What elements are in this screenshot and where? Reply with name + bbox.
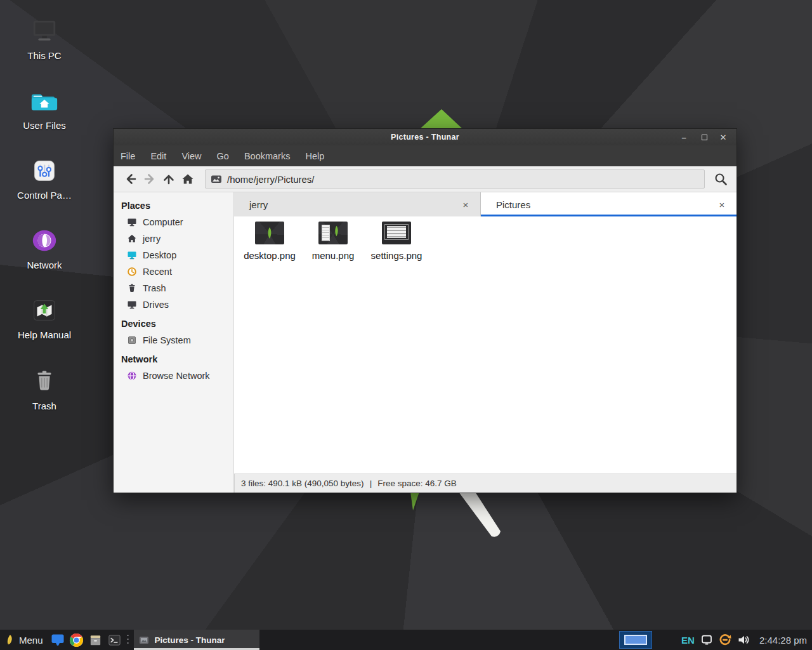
computer-icon [127, 217, 137, 227]
taskbar-window-button[interactable]: Pictures - Thunar [134, 630, 259, 650]
home-icon [181, 172, 195, 186]
up-button[interactable] [159, 169, 178, 189]
sidebar-header-network: Network [114, 348, 233, 368]
menu-edit[interactable]: Edit [150, 151, 166, 161]
menubar: File Edit View Go Bookmarks Help [114, 145, 737, 166]
tab-label: jerry [249, 199, 451, 210]
desktop-icon-trash[interactable]: Trash [0, 367, 89, 411]
desktop-icon-label: This PC [0, 50, 89, 61]
desktop-icon-label: Help Manual [0, 329, 89, 340]
sidebar-item-label: jerry [143, 234, 160, 244]
menu-help[interactable]: Help [305, 151, 324, 161]
search-button[interactable] [711, 169, 730, 189]
sidebar-item-jerry-home[interactable]: jerry [114, 230, 233, 247]
tab-jerry[interactable]: jerry × [234, 192, 481, 216]
thunar-window: Pictures - Thunar – ✕ File Edit View Go … [113, 128, 737, 493]
status-separator: | [370, 479, 372, 488]
sidebar-item-desktop[interactable]: Desktop [114, 247, 233, 263]
sidebar-item-label: Computer [143, 217, 183, 227]
menu-view[interactable]: View [181, 151, 201, 161]
trash-icon [127, 283, 137, 293]
sidebar: Places Computer jerry [114, 192, 234, 493]
menu-go[interactable]: Go [217, 151, 229, 161]
clock[interactable]: 2:44:28 pm [759, 635, 807, 646]
active-workspace[interactable] [624, 635, 647, 645]
workspace-switcher[interactable] [619, 631, 652, 649]
terminal-launcher[interactable] [105, 630, 124, 650]
menu-panel-art [322, 225, 330, 241]
sidebar-item-computer[interactable]: Computer [114, 214, 233, 230]
tab-close-icon[interactable]: × [460, 199, 471, 210]
tab-label: Pictures [496, 199, 707, 210]
image-thumbnail [318, 222, 348, 244]
desktop-icon-label: User Files [0, 120, 89, 131]
task-button-label: Pictures - Thunar [155, 635, 225, 645]
sidebar-item-label: Desktop [143, 250, 176, 260]
maximize-button[interactable] [695, 129, 714, 145]
image-thumbnail [255, 222, 284, 244]
toolbar: /home/jerry/Pictures/ [114, 166, 737, 192]
window-content: Places Computer jerry [114, 192, 737, 493]
desktop-icon-control-panel[interactable]: Control Pa… [0, 156, 89, 201]
back-button[interactable] [121, 169, 140, 189]
sidebar-item-label: File System [143, 335, 191, 345]
desktop-icon-this-pc[interactable]: This PC [0, 17, 89, 61]
menu-feather-icon [4, 633, 15, 646]
leaf-thumbnail-art [266, 226, 273, 240]
chrome-launcher[interactable] [67, 630, 86, 650]
tab-bar: jerry × Pictures × [234, 192, 737, 216]
update-manager-tray-icon[interactable] [718, 633, 732, 647]
file-cabinet-icon [88, 633, 103, 647]
help-manual-icon [30, 296, 59, 325]
file-manager-launcher[interactable] [48, 630, 67, 650]
speaker-icon [737, 633, 750, 646]
image-file-icon [211, 174, 222, 184]
display-tray-icon[interactable] [701, 634, 713, 646]
computer-icon [30, 17, 59, 46]
panel-separator-handle[interactable] [126, 633, 130, 646]
chrome-icon [69, 633, 84, 647]
status-files-summary: 3 files: 490.1 kB (490,050 bytes) [241, 479, 364, 488]
path-bar[interactable]: /home/jerry/Pictures/ [205, 169, 705, 189]
settings-grid-art [384, 224, 409, 240]
window-titlebar[interactable]: Pictures - Thunar – ✕ [114, 129, 737, 145]
sidebar-item-label: Browse Network [143, 371, 210, 381]
search-icon [713, 171, 728, 187]
menu-file[interactable]: File [121, 151, 135, 161]
tab-close-icon[interactable]: × [716, 199, 728, 210]
display-icon [701, 634, 713, 646]
sidebar-item-drives[interactable]: Drives [114, 296, 233, 313]
file-item-menu-png[interactable]: menu.png [301, 222, 365, 261]
sidebar-item-recent[interactable]: Recent [114, 263, 233, 280]
home-button[interactable] [178, 169, 197, 189]
file-item-desktop-png[interactable]: desktop.png [238, 222, 301, 261]
sidebar-item-browse-network[interactable]: Browse Network [114, 368, 233, 384]
keyboard-layout-indicator[interactable]: EN [681, 635, 695, 646]
tab-pictures[interactable]: Pictures × [481, 192, 737, 216]
terminal-icon [107, 633, 122, 647]
desktop-icon-label: Control Pa… [0, 190, 89, 201]
thunar-task-icon [139, 635, 149, 645]
home-folder-icon [30, 86, 59, 116]
desktop-icon-network[interactable]: Network [0, 226, 89, 270]
minimize-button[interactable]: – [674, 129, 693, 145]
menu-bookmarks[interactable]: Bookmarks [244, 151, 291, 161]
sidebar-item-file-system[interactable]: File System [114, 332, 233, 348]
desktop-icon-label: Network [0, 260, 89, 270]
trash-icon [30, 367, 59, 396]
desktop-icon-user-files[interactable]: User Files [0, 86, 89, 131]
volume-icon[interactable] [737, 633, 750, 646]
close-button[interactable]: ✕ [714, 129, 733, 145]
file-item-settings-png[interactable]: settings.png [365, 222, 428, 261]
forward-button[interactable] [140, 169, 159, 189]
back-arrow-icon [124, 172, 138, 186]
taskbar: Menu [0, 630, 812, 650]
sidebar-item-trash[interactable]: Trash [114, 280, 233, 296]
archive-launcher[interactable] [86, 630, 105, 650]
applications-menu-button[interactable]: Menu [0, 630, 48, 650]
file-view[interactable]: desktop.png menu.png settings.png [234, 216, 737, 474]
desktop-icon-help-manual[interactable]: Help Manual [0, 296, 89, 340]
file-name: menu.png [301, 250, 365, 261]
status-free-space: Free space: 46.7 GB [377, 479, 457, 488]
control-panel-icon [30, 156, 59, 185]
